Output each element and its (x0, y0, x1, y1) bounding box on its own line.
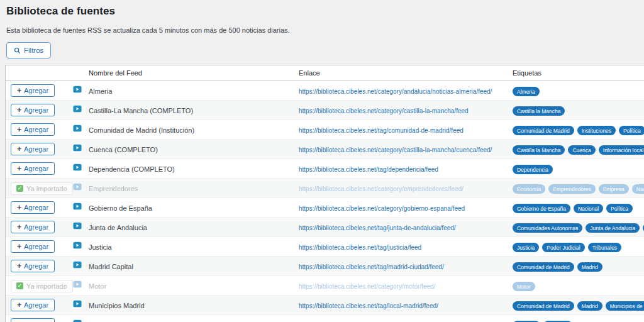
play-icon[interactable] (73, 319, 82, 322)
tags-cell: AlicanteValencia (513, 315, 644, 322)
feed-link[interactable]: https://biblioteca.cibeles.net/tag/justi… (299, 244, 421, 251)
add-feed-button[interactable]: + Agregar (11, 162, 55, 175)
play-icon[interactable] (73, 143, 82, 155)
add-feed-button[interactable]: + Agregar (11, 84, 55, 97)
feed-name: Emprendedores (89, 185, 138, 192)
tags-cell: Motor (513, 276, 644, 296)
add-feed-button[interactable]: + Agregar (11, 260, 55, 272)
add-feed-button[interactable]: + Agregar (11, 240, 55, 253)
add-button-label: Agregar (24, 126, 48, 133)
add-button-label: Agregar (24, 301, 48, 309)
feed-link[interactable]: https://biblioteca.cibeles.net/category/… (299, 186, 464, 192)
play-icon[interactable] (73, 85, 82, 96)
plus-icon: + (17, 165, 21, 172)
feed-name: Gobierno de España (89, 204, 152, 212)
feed-name: Municipios Madrid (89, 302, 145, 309)
add-feed-button[interactable]: + Agregar (11, 318, 55, 322)
add-button-label: Agregar (24, 165, 48, 172)
add-button-label: Agregar (24, 106, 48, 114)
feed-table-body: + Agregar Almeria https://biblioteca.cib… (6, 81, 644, 322)
add-button-label: Agregar (24, 243, 48, 250)
play-icon[interactable] (73, 124, 82, 135)
tag-pill: Castilla la Mancha (513, 145, 565, 155)
page-header: Biblioteca de fuentes Esta biblioteca de… (0, 0, 644, 58)
add-feed-button[interactable]: + Agregar (11, 201, 55, 214)
page-title: Biblioteca de fuentes (6, 5, 638, 18)
tags-cell: Castilla la ManchaCuencaInformación loca… (513, 140, 644, 159)
tag-pill: Comunidad de Madrid (513, 126, 574, 135)
add-button-label: Agregar (24, 204, 48, 211)
plus-icon: + (17, 106, 21, 114)
feed-link[interactable]: https://biblioteca.cibeles.net/category/… (299, 88, 492, 95)
feed-row: + Agregar Noticias de Alicante https://b… (6, 315, 644, 322)
tag-pill: Castilla la Mancha (513, 106, 565, 116)
play-icon[interactable] (73, 260, 82, 272)
feed-row: + Agregar Castilla-La Mancha (COMPLETO) … (6, 101, 644, 120)
filters-button[interactable]: Filtros (6, 42, 51, 58)
feed-name: Comunidad de Madrid (Institución) (89, 126, 194, 134)
play-icon[interactable] (73, 221, 82, 233)
feed-link[interactable]: https://biblioteca.cibeles.net/tag/depen… (299, 166, 438, 173)
tag-pill: Comunidad de Madrid (513, 301, 574, 311)
tag-pill: Instituciones (577, 126, 616, 135)
plus-icon: + (17, 223, 21, 231)
play-icon[interactable] (73, 280, 82, 291)
imported-badge: ✓ Ya importado (11, 280, 73, 292)
tags-cell: JusticiaPoder JudicialTribunales (513, 237, 644, 257)
plus-icon: + (17, 262, 21, 270)
feed-link[interactable]: https://biblioteca.cibeles.net/category/… (299, 283, 435, 290)
feed-row: + Agregar Almeria https://biblioteca.cib… (6, 81, 644, 101)
table-header-row: Nombre del Feed Enlace Etiquetas (6, 65, 644, 81)
column-header-name: Nombre del Feed (89, 65, 299, 81)
feed-link[interactable]: https://biblioteca.cibeles.net/tag/junta… (299, 225, 456, 231)
feed-link[interactable]: https://biblioteca.cibeles.net/tag/comun… (299, 127, 464, 134)
feed-link[interactable]: https://biblioteca.cibeles.net/tag/madri… (299, 264, 444, 270)
tag-pill: Municipios de Madrid (606, 301, 644, 311)
play-icon[interactable] (73, 299, 82, 311)
add-feed-button[interactable]: + Agregar (11, 299, 55, 311)
add-feed-button[interactable]: + Agregar (11, 221, 55, 233)
feed-row: ✓ Ya importado Motor https://biblioteca.… (6, 276, 644, 296)
plus-icon: + (17, 204, 21, 211)
tag-pill: Economía (513, 184, 545, 194)
tag-pill: Política (606, 204, 633, 213)
check-icon: ✓ (16, 185, 23, 192)
tag-pill: Madrid (577, 301, 602, 311)
feed-link[interactable]: https://biblioteca.cibeles.net/category/… (299, 205, 465, 212)
tag-pill: Información local (599, 145, 644, 155)
feed-name: Junta de Andalucia (89, 224, 147, 231)
imported-badge: ✓ Ya importado (11, 182, 73, 195)
tag-pill: Comunidad de Madrid (513, 262, 574, 272)
tags-cell: Castilla la Mancha (513, 101, 644, 120)
add-feed-button[interactable]: + Agregar (11, 104, 55, 116)
search-icon (14, 47, 21, 54)
tag-pill: Emprendedores (548, 184, 595, 194)
plus-icon: + (17, 301, 21, 309)
feed-link[interactable]: https://biblioteca.cibeles.net/category/… (299, 147, 492, 153)
tag-pill: Nacional (632, 184, 644, 194)
tag-pill: Comunidades Autonomas (513, 223, 582, 233)
tag-pill: Cuenca (568, 145, 595, 155)
tags-cell: Comunidades AutonomasJunta de AndaluciaA… (513, 218, 644, 237)
tag-pill: Tribunales (588, 243, 621, 252)
tag-pill: Almeria (513, 87, 540, 96)
imported-badge-label: Ya importado (26, 282, 67, 290)
feed-link[interactable]: https://biblioteca.cibeles.net/category/… (299, 108, 469, 114)
add-button-label: Agregar (24, 223, 48, 231)
play-icon[interactable] (73, 202, 82, 213)
add-feed-button[interactable]: + Agregar (11, 143, 55, 155)
play-icon[interactable] (73, 104, 82, 116)
add-feed-button[interactable]: + Agregar (11, 123, 55, 136)
feed-link[interactable]: https://biblioteca.cibeles.net/tag/local… (299, 303, 438, 309)
plus-icon: + (17, 145, 21, 153)
play-icon[interactable] (73, 163, 82, 174)
feed-name: Madrid Capital (89, 263, 133, 270)
feed-row: + Agregar Comunidad de Madrid (Instituci… (6, 120, 644, 140)
play-icon[interactable] (73, 241, 82, 252)
feed-table: Nombre del Feed Enlace Etiquetas + Agreg… (5, 65, 644, 322)
tag-pill: Nacional (574, 204, 603, 213)
play-icon[interactable] (73, 182, 82, 194)
feed-row: + Agregar Madrid Capital https://bibliot… (6, 257, 644, 276)
tags-cell: Almeria (513, 81, 644, 101)
tag-pill: Justicia (513, 243, 539, 252)
